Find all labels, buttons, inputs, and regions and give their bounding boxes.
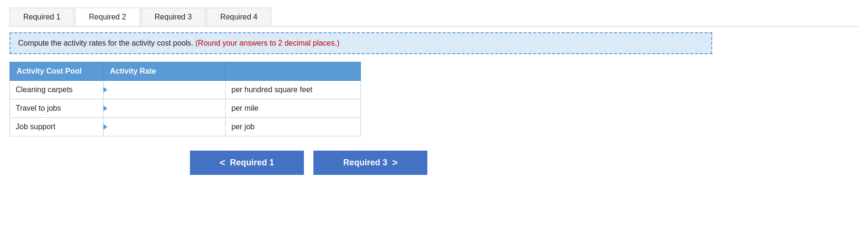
next-chevron: > — [392, 157, 398, 168]
prev-button-label: Required 1 — [230, 158, 274, 168]
prev-chevron: < — [220, 157, 226, 168]
rate-input-0[interactable] — [104, 81, 225, 99]
activity-table-container: Activity Cost Pool Activity Rate Cleanin… — [9, 62, 859, 136]
rate-input-cell[interactable] — [103, 99, 225, 118]
rate-input-1[interactable] — [104, 99, 225, 117]
table-row: Travel to jobsper mile — [10, 99, 361, 118]
table-row: Job supportper job — [10, 118, 361, 136]
rate-input-cell[interactable] — [103, 81, 225, 99]
tab-required-2[interactable]: Required 2 — [75, 8, 140, 26]
pool-name-cell: Cleaning carpets — [10, 81, 104, 99]
nav-buttons: < Required 1 Required 3 > — [9, 151, 859, 175]
instruction-box: Compute the activity rates for the activ… — [9, 32, 712, 54]
activity-table: Activity Cost Pool Activity Rate Cleanin… — [9, 62, 361, 136]
unit-cell: per hundred square feet — [226, 81, 361, 99]
pool-name-cell: Job support — [10, 118, 104, 136]
instruction-note: (Round your answers to 2 decimal places.… — [196, 39, 340, 47]
col-header-pool: Activity Cost Pool — [10, 62, 104, 81]
instruction-main: Compute the activity rates for the activ… — [18, 39, 193, 47]
table-row: Cleaning carpetsper hundred square feet — [10, 81, 361, 99]
tabs-container: Required 1 Required 2 Required 3 Require… — [9, 8, 859, 27]
next-button[interactable]: Required 3 > — [313, 151, 427, 175]
tab-required-4[interactable]: Required 4 — [207, 8, 271, 26]
pool-name-cell: Travel to jobs — [10, 99, 104, 118]
next-button-label: Required 3 — [343, 158, 387, 168]
col-header-rate: Activity Rate — [103, 62, 225, 81]
rate-input-cell[interactable] — [103, 118, 225, 136]
prev-button[interactable]: < Required 1 — [190, 151, 304, 175]
col-header-empty — [226, 62, 361, 81]
unit-cell: per mile — [226, 99, 361, 118]
unit-cell: per job — [226, 118, 361, 136]
tab-required-3[interactable]: Required 3 — [141, 8, 206, 26]
tab-required-1[interactable]: Required 1 — [9, 8, 74, 26]
rate-input-2[interactable] — [104, 118, 225, 136]
